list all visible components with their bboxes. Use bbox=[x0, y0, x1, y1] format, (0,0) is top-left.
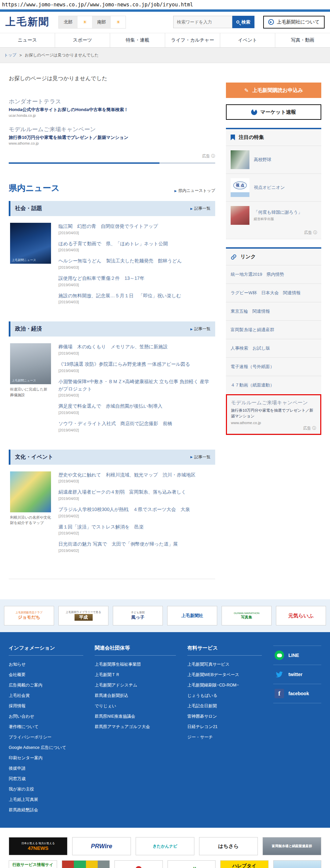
footer-link[interactable]: 後援申請 bbox=[9, 766, 83, 771]
nav-item-sports[interactable]: スポーツ bbox=[55, 33, 110, 47]
article-link[interactable]: ほめる子育て動画で 県、「ほめトレ」ネット公開 bbox=[58, 240, 214, 248]
footer-link[interactable]: 印刷センター案内 bbox=[9, 755, 83, 761]
footer-link[interactable]: 著作権について bbox=[9, 724, 83, 730]
article-link[interactable]: ソウワ・ディライト入社式 商店街で記念撮影 前橋 bbox=[58, 420, 214, 428]
sidebar-link-denshi[interactable]: 電子速報（号外紙面） bbox=[226, 357, 321, 376]
nav-item-life-culture[interactable]: ライフ・カルチャー bbox=[165, 33, 220, 47]
nav-item-news[interactable]: ニュース bbox=[0, 33, 55, 47]
banner-kazakko[interactable]: 子ども新聞風っ子 bbox=[113, 606, 163, 625]
sidebar-ad-box[interactable]: モデルルームご来場キャンペーン 旅行券10万円分や家電を抽選でプレゼント／新築マ… bbox=[226, 394, 321, 435]
article-thumbnail[interactable] bbox=[10, 471, 51, 513]
footer-link[interactable]: 群馬県NIE推進協議会 bbox=[95, 714, 176, 719]
info-icon[interactable]: ⓘ bbox=[312, 426, 316, 431]
article-link[interactable]: 週１回「涙活」でストレス解消を 邑楽 bbox=[58, 523, 214, 531]
banner-genki-life[interactable]: 元気らいふ bbox=[276, 606, 326, 625]
footer-link[interactable]: 広告掲載のご案内 bbox=[9, 682, 83, 688]
article-link[interactable]: 臨江閣 幻想の青 自閉症啓発でライトアップ bbox=[58, 223, 214, 230]
featured-item-shiten-opinion[interactable]: 視 点 視点オピニオン bbox=[226, 174, 321, 201]
banner-47-gyosei-journal[interactable]: 行政サービス情報サイト47行政ジャーナル bbox=[9, 860, 57, 868]
footer-link[interactable]: でりじぇい bbox=[95, 703, 176, 709]
ad-title[interactable]: ホンダオートテラス bbox=[9, 98, 215, 105]
sidebar-link-tomioka[interactable]: 富岡製糸場と絹遺産群 bbox=[226, 320, 321, 339]
featured-link[interactable]: 視点オピニオン bbox=[254, 185, 285, 191]
banner-gunma-marathon[interactable]: GUNMA MARATHON写真集 bbox=[221, 606, 272, 625]
info-icon[interactable]: ⓘ bbox=[211, 154, 215, 158]
article-link[interactable]: 誤使用など自転車で重傷２件 13～17年 bbox=[58, 275, 214, 282]
nav-item-events[interactable]: イベント bbox=[220, 33, 275, 47]
article-link[interactable]: ブラジル人学校10校300人が熱戦 ４県でスポーツ大会 大泉 bbox=[58, 506, 214, 513]
sidebar-link-47douga[interactable]: ４７動画（紙面連動） bbox=[226, 376, 321, 394]
banner-yell[interactable]: yell bbox=[168, 860, 216, 868]
banner-prwire[interactable]: PRWire bbox=[72, 837, 131, 855]
sidebar-link-chihosen[interactable]: 統一地方選2019 県内情勢 bbox=[226, 265, 321, 283]
ad-title[interactable]: モデルルームご来場キャンペーン bbox=[231, 400, 316, 406]
featured-link[interactable]: 「何度も韓国に謝ろう」 bbox=[254, 209, 302, 215]
footer-link[interactable]: 群馬政経懇話会 bbox=[9, 807, 83, 813]
footer-link[interactable]: 採用情報 bbox=[9, 703, 83, 709]
footer-link[interactable]: 上毛社会賞 bbox=[9, 693, 83, 699]
market-report-button[interactable]: マーケット速報 bbox=[226, 104, 321, 120]
text-ad-athome[interactable]: モデルルームご来場キャンペーン 旅行券10万円分や家電を抽選でプレゼント／新築マ… bbox=[9, 125, 215, 145]
nav-item-photo-video[interactable]: 写真・動画 bbox=[275, 33, 330, 47]
article-link[interactable]: 小淵警備保障×中敷き・ＢＭＺ×高崎健康福祉大 立ち仕事 負担軽く 産学がプロジェ… bbox=[58, 378, 214, 393]
ad-url[interactable]: www.athome.co.jp bbox=[9, 141, 215, 145]
breadcrumb-home-link[interactable]: トップ bbox=[4, 52, 17, 58]
article-thumbnail[interactable]: 上毛新聞ニュース bbox=[10, 343, 51, 384]
footer-link[interactable]: 同窓万歳 bbox=[9, 776, 83, 782]
banner-hinomaru[interactable] bbox=[115, 860, 163, 868]
article-link[interactable]: 葬儀場 木のぬくもり メモリアル、笠懸に新施設 bbox=[58, 343, 214, 351]
banner-heisei-library[interactable]: 上毛新聞ライブラリーで見る平成 bbox=[58, 606, 109, 625]
article-list-link[interactable]: ▶記事一覧 bbox=[190, 454, 210, 460]
footer-link[interactable]: 上毛紙上写真展 bbox=[9, 797, 83, 803]
footer-link[interactable]: お問い合わせ bbox=[9, 714, 83, 719]
text-ad-honda[interactable]: ホンダオートテラス Honda公式中古車サイトお探しのHonda中古車を簡単検索… bbox=[9, 98, 215, 118]
about-company-button[interactable]: ▶ 上毛新聞社について bbox=[263, 16, 325, 29]
subscribe-button[interactable]: ✎ 上毛新聞購読お申込み bbox=[226, 83, 321, 98]
footer-link[interactable]: 我が家の主役 bbox=[9, 786, 83, 792]
footer-link[interactable]: 上毛新聞写真サービス bbox=[187, 662, 262, 668]
footer-link[interactable]: 群馬連合新聞折込 bbox=[95, 693, 176, 699]
sidebar-link-rugby[interactable]: ラグビーW杯 日本大会 関連情報 bbox=[226, 283, 321, 302]
footer-link[interactable]: 上毛新聞厚生福祉事業団 bbox=[95, 662, 176, 668]
banner-yukemuri[interactable] bbox=[273, 860, 322, 868]
search-input[interactable] bbox=[173, 16, 232, 28]
banner-gourmet[interactable] bbox=[62, 860, 110, 868]
article-list-link[interactable]: ▶記事一覧 bbox=[190, 326, 210, 332]
footer-link[interactable]: 日経テレコン21 bbox=[187, 724, 262, 730]
banner-jomodachi[interactable]: 上毛新聞販売店クラブジョモだち bbox=[4, 606, 54, 625]
article-link[interactable]: 満足度で料金選んで 赤城自然園が後払い制導入 bbox=[58, 403, 214, 410]
footer-link[interactable]: お知らせ bbox=[9, 662, 83, 668]
featured-item-koko-yakyu[interactable]: 高校野球 bbox=[226, 146, 321, 174]
article-thumbnail[interactable]: 上毛新聞ニュース bbox=[10, 223, 51, 264]
footer-link[interactable]: 上毛記念日新聞 bbox=[187, 703, 262, 709]
article-link[interactable]: ヘルシー無塩うどん 製法工夫した乾麺発売 館林うどん bbox=[58, 257, 214, 265]
sidebar-link-tokyo-olympics[interactable]: 東京五輪 関連情報 bbox=[226, 302, 321, 320]
footer-link[interactable]: 会社概要 bbox=[9, 672, 83, 678]
banner-47news[interactable]: 日本が見える 地方が見える47NEWS bbox=[9, 837, 67, 855]
footer-link[interactable]: 上毛新聞アドシステム bbox=[95, 682, 176, 688]
social-line-button[interactable]: LINE bbox=[273, 646, 321, 665]
banner-kitakan-navi[interactable]: きたかんナビ bbox=[136, 837, 194, 855]
sidebar-link-jinji[interactable]: 人事検索 お試し版 bbox=[226, 339, 321, 357]
footer-link[interactable]: ジー・サーチ bbox=[187, 735, 262, 740]
footer-link[interactable]: 雷神囲碁サロン bbox=[187, 714, 262, 719]
ad-url[interactable]: www.athome.co.jp bbox=[231, 421, 316, 425]
social-twitter-button[interactable]: twitter bbox=[273, 665, 321, 684]
article-link[interactable]: 《'19県議選 攻防》参院選にらみ野党連携 一体感アピール図る bbox=[58, 361, 214, 368]
article-link[interactable]: 絹遺産群入場者ピークの４割弱 富岡製糸、落ち込み著しく bbox=[58, 489, 214, 496]
banner-hachisara[interactable]: はちさら bbox=[199, 837, 258, 855]
site-logo[interactable]: 上毛新聞 bbox=[5, 15, 50, 29]
footer-link[interactable]: 群馬県アマチュアゴルフ大会 bbox=[95, 724, 176, 730]
search-button[interactable]: 検索 bbox=[232, 16, 254, 28]
ad-url[interactable]: ucar.honda.co.jp bbox=[9, 114, 215, 118]
article-link[interactable]: 歴史や文化に触れて 利根川流域、観光マップ 渋川・赤城地区 bbox=[58, 471, 214, 479]
kennai-top-link[interactable]: ▶県内ニューストップ bbox=[174, 188, 215, 194]
featured-link[interactable]: 高校野球 bbox=[254, 157, 271, 163]
info-icon[interactable]: ⓘ bbox=[313, 230, 317, 235]
footer-link[interactable]: 上毛新聞縮刷版−CD-ROM− bbox=[187, 682, 262, 688]
banner-tomioka-silk[interactable]: 富岡製糸場と絹産業遺産群 bbox=[263, 837, 321, 855]
article-list-link[interactable]: ▶記事一覧 bbox=[190, 206, 210, 211]
article-link[interactable]: 施設の無料開放、記念展…５月１日 「即位」祝い楽しむ bbox=[58, 292, 214, 300]
ad-title[interactable]: モデルルームご来場キャンペーン bbox=[9, 125, 215, 133]
featured-item-ad-book[interactable]: 「何度も韓国に謝ろう」 経営科学出版 bbox=[226, 201, 321, 229]
